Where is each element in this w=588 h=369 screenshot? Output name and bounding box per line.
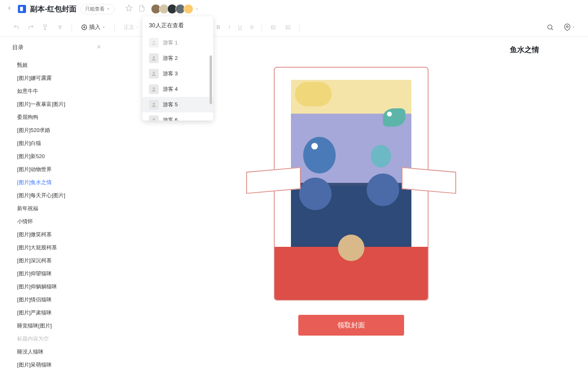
toc-item[interactable]: 委屈狗狗 xyxy=(12,111,102,124)
toc-item[interactable]: [图片]鱼水之情 xyxy=(12,176,102,189)
svg-rect-0 xyxy=(20,7,23,11)
toc-item[interactable]: [图片]大屁股柯基 xyxy=(12,241,102,254)
close-icon xyxy=(96,44,102,50)
toc-item[interactable]: [图片]情侣猫咪 xyxy=(12,293,102,306)
user-avatar-icon xyxy=(149,53,159,63)
app-logo xyxy=(18,5,26,13)
back-button[interactable] xyxy=(5,4,14,14)
plus-circle-icon xyxy=(81,24,87,31)
user-avatar-icon xyxy=(149,84,159,94)
toolbar-separator xyxy=(262,23,262,31)
clear-format-button[interactable] xyxy=(54,22,67,33)
svg-point-7 xyxy=(153,118,155,120)
toc-sidebar: 目录 甄姬[图片]娜可露露如意牛牛[图片]一夜暴富[图片]委屈狗狗[图片]520… xyxy=(0,37,114,369)
toc-item[interactable]: 睡没人猫咪 xyxy=(12,345,102,358)
svg-rect-9 xyxy=(44,25,46,26)
favorite-button[interactable] xyxy=(125,4,133,14)
viewers-popup: 30人正在查看 游客 1 游客 2 游客 3 游客 4 游客 5 游客 6 游客 xyxy=(142,16,213,121)
toc-item[interactable]: [图片]深沉柯基 xyxy=(12,254,102,267)
italic-button[interactable]: I xyxy=(225,22,233,33)
svg-line-20 xyxy=(551,29,553,30)
user-avatar-icon xyxy=(149,100,159,110)
toolbar-separator xyxy=(114,23,115,31)
viewers-popup-title: 30人正在查看 xyxy=(142,16,213,35)
toc-item[interactable]: 标题内容为空 xyxy=(12,332,102,345)
undo-button[interactable] xyxy=(10,22,23,33)
svg-point-4 xyxy=(153,72,155,74)
toc-item[interactable]: [图片]严肃猫咪 xyxy=(12,306,102,319)
toc-item[interactable]: [图片]新520 xyxy=(12,150,102,163)
text-style-dropdown[interactable]: 正文 xyxy=(120,22,143,33)
viewer-item[interactable]: 游客 2 xyxy=(142,51,213,66)
viewer-item[interactable]: 游客 5 xyxy=(142,97,213,112)
toc-item[interactable]: 甄姬 xyxy=(12,59,102,72)
toolbar-separator xyxy=(299,23,300,31)
user-avatar-icon xyxy=(149,38,159,48)
bold-button[interactable]: B xyxy=(213,22,223,33)
close-toc-button[interactable] xyxy=(96,44,102,51)
toc-item[interactable]: [图片]520求婚 xyxy=(12,124,102,137)
chevron-down-icon xyxy=(106,7,110,11)
svg-marker-1 xyxy=(126,5,132,11)
format-painter-button[interactable] xyxy=(39,22,52,33)
app-header: 副本-红包封面 只能查看 xyxy=(0,0,588,18)
search-icon xyxy=(546,24,554,31)
toc-item[interactable]: [图片]白猫 xyxy=(12,137,102,150)
toc-item[interactable]: 新年祝福 xyxy=(12,202,102,215)
scrollbar[interactable] xyxy=(210,55,212,104)
envelope-seal xyxy=(338,235,364,261)
toc-item[interactable]: [图片]一夜暴富[图片] xyxy=(12,98,102,111)
search-button[interactable] xyxy=(543,21,557,33)
svg-point-6 xyxy=(153,103,155,105)
fish-shape xyxy=(383,108,405,127)
main-content: 目录 甄姬[图片]娜可露露如意牛牛[图片]一夜暴富[图片]委屈狗狗[图片]520… xyxy=(0,37,588,369)
avatar xyxy=(184,4,193,14)
location-dropdown[interactable] xyxy=(560,21,578,33)
envelope-frame xyxy=(274,67,428,301)
ribbon-decoration xyxy=(246,169,456,194)
viewer-item[interactable]: 游客 4 xyxy=(142,81,213,97)
viewer-item[interactable]: 游客 1 xyxy=(142,35,213,51)
toc-item[interactable]: [图片]呆萌猫咪 xyxy=(12,358,102,369)
toc-item[interactable]: [图片]仰躺躺猫咪 xyxy=(12,280,102,293)
toolbar-separator xyxy=(72,23,72,31)
toc-item[interactable]: 小情怀 xyxy=(12,215,102,228)
cloud-shape xyxy=(295,82,332,106)
viewer-item[interactable]: 游客 3 xyxy=(142,66,213,81)
toc-title: 目录 xyxy=(12,44,24,51)
pin-icon xyxy=(564,24,571,31)
insert-button[interactable]: 插入 xyxy=(77,22,109,33)
toc-item[interactable]: [图片]仰望猫咪 xyxy=(12,267,102,280)
svg-point-5 xyxy=(153,87,155,89)
chevron-down-icon xyxy=(102,26,105,29)
svg-point-3 xyxy=(153,56,155,58)
user-avatar-icon xyxy=(149,69,159,79)
toc-item[interactable]: [图片]微笑柯基 xyxy=(12,228,102,241)
collaborator-avatars[interactable] xyxy=(153,4,201,14)
document-title: 副本-红包封面 xyxy=(30,4,77,14)
outdent-button[interactable] xyxy=(267,22,280,33)
document-icon[interactable] xyxy=(138,4,146,14)
svg-point-21 xyxy=(566,26,568,28)
redo-button[interactable] xyxy=(24,22,37,33)
viewers-list[interactable]: 游客 1 游客 2 游客 3 游客 4 游客 5 游客 6 游客 7 xyxy=(142,35,213,121)
toc-item[interactable]: 睡觉猫咪[图片] xyxy=(12,319,102,332)
red-envelope-preview: 领取封面 xyxy=(274,67,428,336)
underline-button[interactable]: U xyxy=(235,22,245,33)
toc-item[interactable]: [图片]动物世界 xyxy=(12,163,102,176)
toc-item[interactable]: 如意牛牛 xyxy=(12,85,102,98)
indent-button[interactable] xyxy=(282,22,295,33)
toc-item[interactable]: [图片]娜可露露 xyxy=(12,72,102,85)
user-avatar-icon xyxy=(149,115,159,121)
chevron-down-icon xyxy=(195,7,199,11)
strikethrough-button[interactable]: S xyxy=(247,22,257,33)
toc-item[interactable]: [图片]每天开心[图片] xyxy=(12,189,102,202)
svg-point-2 xyxy=(153,41,155,43)
claim-cover-button[interactable]: 领取封面 xyxy=(298,315,404,336)
fish-shape xyxy=(303,137,336,174)
viewer-item[interactable]: 游客 6 xyxy=(142,112,213,121)
more-avatars-button[interactable] xyxy=(193,5,201,13)
toc-list: 甄姬[图片]娜可露露如意牛牛[图片]一夜暴富[图片]委屈狗狗[图片]520求婚[… xyxy=(12,59,102,369)
view-permission-badge[interactable]: 只能查看 xyxy=(81,4,115,14)
editor-toolbar: 插入 正文 默认字体 四号 B I U S xyxy=(0,18,588,37)
